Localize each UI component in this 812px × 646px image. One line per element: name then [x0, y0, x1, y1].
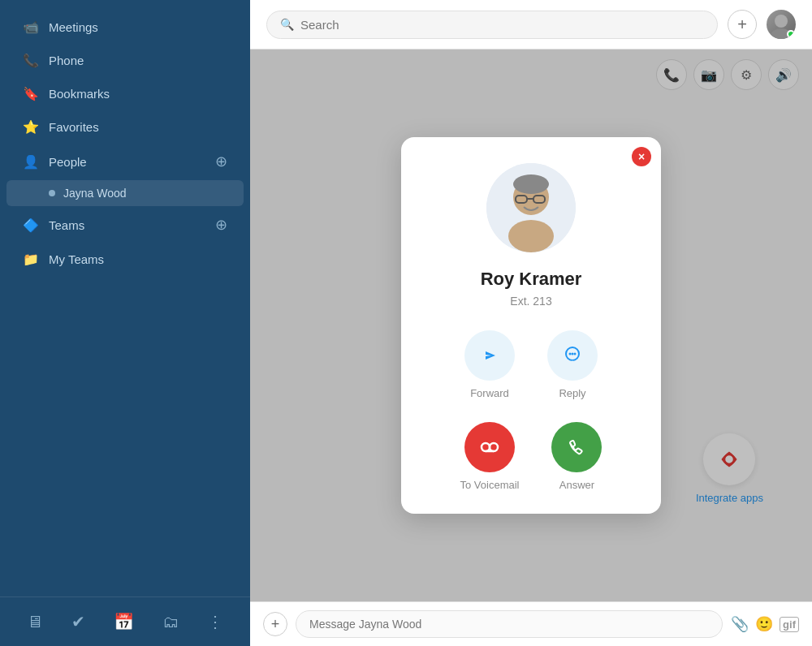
- calendar-icon[interactable]: 📅: [109, 607, 139, 636]
- sidebar-item-label: Teams: [49, 218, 205, 232]
- tasks-icon[interactable]: ✔: [67, 607, 90, 636]
- screen-icon[interactable]: 🖥: [22, 608, 48, 636]
- answer-action: Answer: [551, 422, 602, 491]
- teams-add-icon[interactable]: ⊕: [215, 216, 227, 234]
- message-add-button[interactable]: +: [263, 612, 287, 636]
- more-icon[interactable]: ⋮: [202, 607, 228, 636]
- reply-button[interactable]: [547, 330, 598, 381]
- svg-point-10: [569, 353, 572, 355]
- sidebar-item-meetings[interactable]: 📹 Meetings: [6, 11, 244, 43]
- bookmarks-icon: 🔖: [23, 86, 39, 101]
- sidebar-footer: 🖥 ✔ 📅 🗂 ⋮: [0, 596, 250, 646]
- forward-label: Forward: [470, 387, 509, 399]
- call-actions: To Voicemail Answer: [460, 422, 603, 491]
- secondary-actions: Forward Reply: [464, 330, 598, 399]
- gif-button[interactable]: gif: [780, 617, 799, 632]
- sidebar-item-label: My Teams: [49, 252, 227, 266]
- contact-status-dot: [49, 190, 55, 196]
- online-status-dot: [787, 30, 795, 38]
- plus-icon: +: [271, 616, 280, 633]
- reply-action: Reply: [547, 330, 598, 399]
- reply-label: Reply: [559, 387, 585, 399]
- svg-point-5: [513, 174, 549, 194]
- phone-icon: 📞: [23, 53, 39, 68]
- plus-icon: +: [737, 15, 747, 34]
- sidebar-item-people[interactable]: 👤 People ⊕: [6, 144, 244, 179]
- avatar[interactable]: [767, 10, 796, 39]
- svg-point-13: [482, 443, 490, 451]
- meetings-icon: 📹: [23, 19, 39, 35]
- close-icon: ×: [638, 150, 645, 163]
- message-input[interactable]: [296, 610, 723, 638]
- sidebar-subitem-jayna[interactable]: Jayna Wood: [6, 180, 244, 206]
- modal-overlay: ×: [250, 50, 812, 601]
- contact-name: Jayna Wood: [63, 187, 127, 200]
- voicemail-button[interactable]: [464, 422, 515, 472]
- sidebar-item-label: Phone: [49, 54, 227, 67]
- sidebar-item-label: Bookmarks: [49, 87, 227, 101]
- emoji-icon[interactable]: 🙂: [755, 615, 773, 633]
- add-button[interactable]: +: [728, 10, 757, 39]
- sidebar-item-my-teams[interactable]: 📁 My Teams: [6, 243, 244, 275]
- caller-extension: Ext. 213: [510, 295, 551, 308]
- sidebar-item-favorites[interactable]: ⭐ Favorites: [6, 111, 244, 143]
- svg-point-12: [574, 353, 577, 355]
- answer-button[interactable]: [551, 422, 602, 472]
- main-panel: 🔍 + 📞 📷 ⚙: [250, 0, 812, 646]
- caller-name: Roy Kramer: [481, 269, 582, 290]
- search-input[interactable]: [300, 18, 704, 32]
- content-area: 📞 📷 ⚙ 🔊 ted... Integrate apps: [250, 50, 812, 601]
- forward-action: Forward: [464, 330, 515, 399]
- favorites-icon: ⭐: [23, 119, 39, 135]
- svg-point-4: [508, 220, 554, 252]
- incoming-call-modal: ×: [401, 137, 661, 514]
- people-add-icon[interactable]: ⊕: [215, 153, 227, 170]
- svg-point-11: [572, 353, 574, 355]
- sidebar-item-bookmarks[interactable]: 🔖 Bookmarks: [6, 78, 244, 110]
- attachment-icon[interactable]: 📎: [731, 615, 749, 633]
- search-bar[interactable]: 🔍: [266, 11, 718, 39]
- people-icon: 👤: [23, 154, 39, 170]
- folders-icon[interactable]: 🗂: [158, 608, 184, 636]
- sidebar-item-teams[interactable]: 🔷 Teams ⊕: [6, 208, 244, 242]
- sidebar-item-label: People: [49, 155, 205, 169]
- svg-point-14: [490, 443, 498, 451]
- search-icon: 🔍: [280, 18, 294, 31]
- teams-icon: 🔷: [23, 217, 39, 233]
- message-actions: 📎 🙂 gif: [731, 615, 799, 633]
- svg-point-0: [775, 15, 788, 28]
- sidebar-item-label: Meetings: [49, 20, 227, 34]
- voicemail-label: To Voicemail: [460, 479, 520, 491]
- message-bar: + 📎 🙂 gif: [250, 601, 812, 646]
- voicemail-action: To Voicemail: [460, 422, 520, 491]
- caller-avatar: [486, 163, 576, 252]
- answer-label: Answer: [559, 479, 594, 491]
- sidebar-nav: 📹 Meetings 📞 Phone 🔖 Bookmarks ⭐ Favorit…: [0, 0, 250, 596]
- close-button[interactable]: ×: [632, 147, 651, 166]
- header: 🔍 +: [250, 0, 812, 50]
- sidebar: 📹 Meetings 📞 Phone 🔖 Bookmarks ⭐ Favorit…: [0, 0, 250, 646]
- my-teams-icon: 📁: [23, 252, 39, 267]
- sidebar-item-label: Favorites: [49, 120, 227, 134]
- sidebar-item-phone[interactable]: 📞 Phone: [6, 45, 244, 76]
- forward-button[interactable]: [464, 330, 515, 381]
